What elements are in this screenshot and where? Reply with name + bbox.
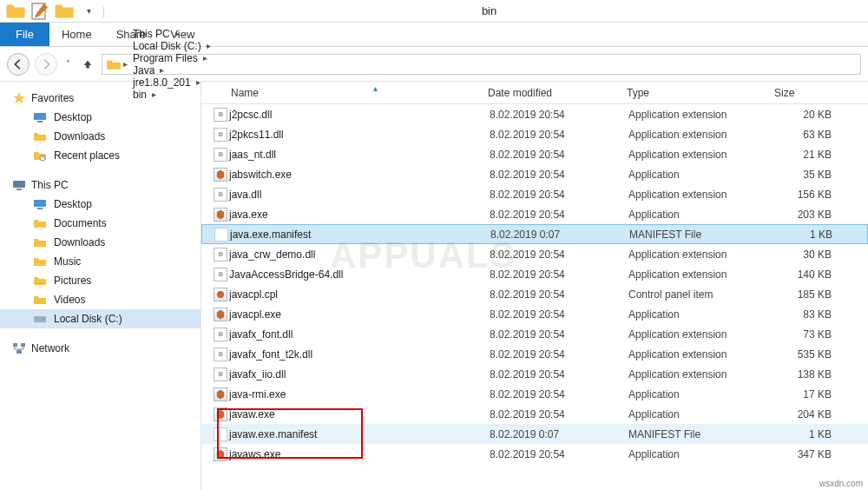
new-folder-icon[interactable] <box>54 3 75 20</box>
exe-icon <box>214 308 227 321</box>
file-date: 8.02.2019 20:54 <box>490 129 628 141</box>
sidebar-item[interactable]: Pictures <box>0 271 201 290</box>
file-name: javacpl.exe <box>229 308 490 321</box>
file-size: 185 KB <box>773 288 840 301</box>
quick-access-toolbar: ▾ | <box>0 3 110 20</box>
up-button[interactable] <box>79 58 96 70</box>
sidebar-item[interactable]: Desktop <box>0 108 201 127</box>
file-size: 1 KB <box>773 228 841 241</box>
item-icon <box>33 129 47 143</box>
sidebar-item[interactable]: Documents <box>0 214 201 233</box>
sidebar-item[interactable]: Local Disk (C:) <box>0 309 201 328</box>
exe-icon <box>214 407 227 421</box>
network-header[interactable]: Network <box>0 339 201 358</box>
folder-icon <box>106 56 122 72</box>
network-group: Network <box>0 339 201 358</box>
crumb-segment[interactable]: Java <box>129 64 158 76</box>
column-date[interactable]: Date modified <box>488 87 627 99</box>
crumb-segment[interactable]: Program Files <box>129 52 201 64</box>
dll-icon: ⚙ <box>214 188 227 202</box>
sidebar-item[interactable]: Downloads <box>0 233 201 252</box>
table-row[interactable]: ⚙j2pcsc.dll8.02.2019 20:54Application ex… <box>201 104 868 124</box>
file-size: 17 KB <box>773 388 840 401</box>
file-date: 8.02.2019 20:54 <box>490 408 628 420</box>
svg-point-13 <box>217 290 224 297</box>
sidebar-item-label: Desktop <box>54 198 92 210</box>
properties-icon[interactable] <box>30 3 50 20</box>
file-name: javafx_font.dll <box>229 328 490 341</box>
attribution: wsxdn.com <box>819 479 863 488</box>
table-row[interactable]: ⚙javafx_font.dll8.02.2019 20:54Applicati… <box>201 324 868 344</box>
svg-point-9 <box>43 319 44 321</box>
exe-icon <box>214 387 227 401</box>
svg-rect-6 <box>34 200 46 207</box>
svg-rect-7 <box>37 208 43 209</box>
chevron-right-icon[interactable]: ▸ <box>174 29 181 38</box>
table-row[interactable]: javaws.exe8.02.2019 20:54Application347 … <box>201 444 868 464</box>
table-row[interactable]: javaw.exe.manifest8.02.2019 0:07MANIFEST… <box>201 424 868 444</box>
file-date: 8.02.2019 20:54 <box>490 209 628 221</box>
chevron-right-icon[interactable]: ▸ <box>122 59 129 69</box>
file-size: 20 KB <box>773 109 840 121</box>
favorites-header[interactable]: Favorites <box>0 89 201 108</box>
table-row[interactable]: ⚙JavaAccessBridge-64.dll8.02.2019 20:54A… <box>201 264 868 284</box>
crumb-segment[interactable]: Local Disk (C:) <box>129 40 205 52</box>
dll-icon: ⚙ <box>214 348 227 361</box>
sidebar-item[interactable]: Recent places <box>0 146 201 165</box>
chevron-right-icon[interactable]: ▸ <box>158 65 166 75</box>
file-name: javaws.exe <box>229 448 490 460</box>
exe-icon <box>214 168 227 182</box>
table-row[interactable]: java-rmi.exe8.02.2019 20:54Application17… <box>201 384 868 404</box>
file-name: javacpl.cpl <box>229 288 490 301</box>
table-row[interactable]: java.exe.manifest8.02.2019 0:07MANIFEST … <box>201 224 868 244</box>
network-label: Network <box>31 342 69 354</box>
svg-rect-12 <box>16 350 22 354</box>
svg-rect-10 <box>13 343 17 347</box>
sidebar-item[interactable]: Desktop <box>0 195 201 214</box>
sidebar-item[interactable]: Videos <box>0 290 201 309</box>
chevron-right-icon[interactable]: ▸ <box>201 53 209 63</box>
table-row[interactable]: javacpl.cpl8.02.2019 20:54Control panel … <box>201 284 868 304</box>
qat-dropdown-icon[interactable]: ▾ <box>78 3 99 20</box>
dll-icon: ⚙ <box>214 148 227 162</box>
crumb-segment[interactable]: This PC <box>129 28 174 40</box>
file-type: MANIFEST File <box>628 428 773 440</box>
file-date: 8.02.2019 20:54 <box>490 448 628 460</box>
item-icon <box>33 216 47 230</box>
table-row[interactable]: java.exe8.02.2019 20:54Application203 KB <box>201 204 868 224</box>
star-icon <box>12 91 26 105</box>
table-row[interactable]: jabswitch.exe8.02.2019 20:54Application3… <box>201 164 868 184</box>
sidebar-item[interactable]: Music <box>0 252 201 271</box>
file-type: Application <box>628 169 773 181</box>
table-row[interactable]: ⚙javafx_font_t2k.dll8.02.2019 20:54Appli… <box>201 344 868 364</box>
file-type: Application <box>628 448 773 460</box>
table-row[interactable]: ⚙java.dll8.02.2019 20:54Application exte… <box>201 184 868 204</box>
column-name[interactable]: Name <box>201 87 488 99</box>
file-type: Application extension <box>628 129 773 141</box>
svg-rect-2 <box>37 121 43 122</box>
window-title: bin <box>110 4 868 17</box>
breadcrumb[interactable]: ▸ This PC▸Local Disk (C:)▸Program Files▸… <box>102 54 861 75</box>
file-size: 21 KB <box>773 149 840 161</box>
file-type: Control panel item <box>628 288 773 301</box>
back-button[interactable] <box>7 53 30 76</box>
file-name: javaw.exe <box>229 408 490 420</box>
file-type: Application <box>628 388 773 401</box>
sidebar-item-label: Documents <box>54 217 107 229</box>
file-size: 63 KB <box>773 129 840 141</box>
recent-locations-dropdown[interactable]: ˅ <box>62 59 74 69</box>
column-type[interactable]: Type <box>627 87 771 99</box>
file-tab[interactable]: File <box>0 23 49 46</box>
table-row[interactable]: ⚙j2pkcs11.dll8.02.2019 20:54Application … <box>201 124 868 144</box>
thispc-header[interactable]: This PC <box>0 175 201 195</box>
table-row[interactable]: javacpl.exe8.02.2019 20:54Application83 … <box>201 304 868 324</box>
column-size[interactable]: Size <box>771 87 868 99</box>
sidebar-item[interactable]: Downloads <box>0 127 201 146</box>
chevron-right-icon[interactable]: ▸ <box>205 41 213 50</box>
table-row[interactable]: ⚙java_crw_demo.dll8.02.2019 20:54Applica… <box>201 244 868 264</box>
tab-home[interactable]: Home <box>49 23 104 46</box>
favorites-label: Favorites <box>31 92 74 104</box>
table-row[interactable]: javaw.exe8.02.2019 20:54Application204 K… <box>201 404 868 424</box>
table-row[interactable]: ⚙javafx_iio.dll8.02.2019 20:54Applicatio… <box>201 364 868 384</box>
table-row[interactable]: ⚙jaas_nt.dll8.02.2019 20:54Application e… <box>201 144 868 164</box>
